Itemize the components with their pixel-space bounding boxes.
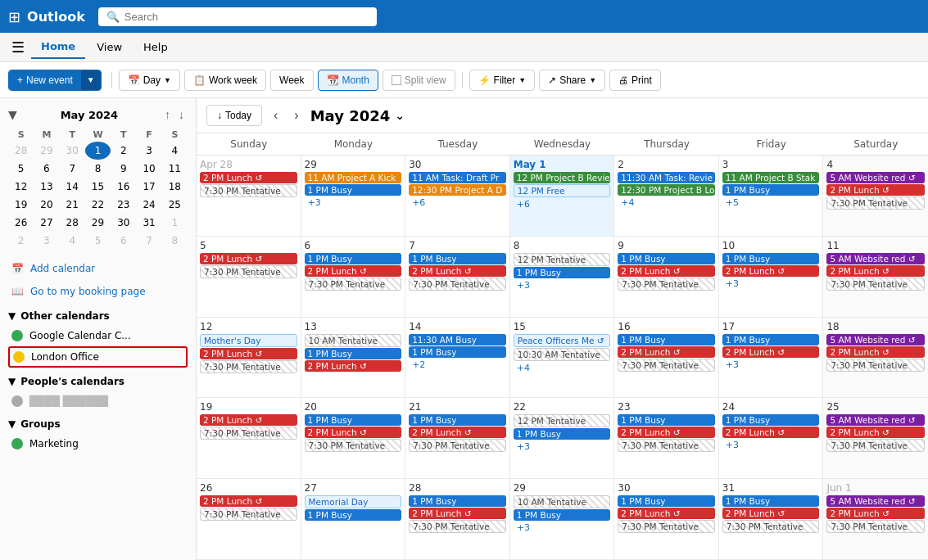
day-view-button[interactable]: 📅 Day ▼ — [119, 70, 180, 91]
mini-cal-day[interactable]: 4 — [162, 142, 188, 160]
calendar-event[interactable]: 7:30 PM Tentative — [305, 278, 402, 291]
mini-cal-day[interactable]: 18 — [162, 178, 188, 196]
calendar-event[interactable]: 1 PM Busy — [722, 414, 820, 426]
work-week-button[interactable]: 📋 Work week — [184, 70, 266, 91]
cal-prev-button[interactable]: ‹ — [269, 106, 283, 124]
cal-cell[interactable]: 15Peace Officers Me ↺10:30 AM Tentative+… — [510, 318, 615, 399]
calendar-event[interactable]: 2 PM Lunch ↺ — [409, 508, 506, 519]
more-events[interactable]: +5 — [722, 196, 820, 209]
mini-cal-day[interactable]: 23 — [111, 196, 136, 214]
calendar-event[interactable]: 2 PM Lunch ↺ — [722, 427, 820, 438]
calendar-event[interactable]: 2 PM Lunch ↺ — [722, 265, 820, 277]
cal-cell[interactable]: May 112 PM Project B Revie12 PM Free+6 — [510, 156, 615, 237]
calendar-event[interactable]: 7:30 PM Tentative — [305, 439, 402, 452]
calendar-event[interactable]: 7:30 PM Tentative — [200, 427, 297, 440]
mini-cal-day[interactable]: 6 — [111, 232, 136, 250]
cal-cell[interactable]: 115 AM Website red ↺2 PM Lunch ↺7:30 PM … — [823, 237, 928, 318]
cal-cell[interactable]: 2212 PM Tentative1 PM Busy+3 — [510, 398, 615, 479]
calendar-event[interactable]: Mother's Day — [200, 334, 297, 347]
cal-cell[interactable]: 301 PM Busy2 PM Lunch ↺7:30 PM Tentative — [614, 479, 719, 560]
calendar-event[interactable]: 1 PM Busy — [722, 334, 820, 345]
mini-cal-day[interactable]: 21 — [60, 196, 85, 214]
mini-cal-day[interactable]: 30 — [111, 214, 136, 232]
calendar-event[interactable]: 1 PM Busy — [618, 414, 715, 426]
cal-cell[interactable]: 45 AM Website red ↺2 PM Lunch ↺7:30 PM T… — [823, 156, 928, 237]
mini-cal-day[interactable]: 29 — [34, 142, 59, 160]
mini-cal-day[interactable]: 5 — [85, 232, 111, 250]
calendar-event[interactable]: 1 PM Busy — [618, 495, 715, 507]
tab-help[interactable]: Help — [134, 36, 178, 58]
more-events[interactable]: +3 — [305, 196, 402, 209]
calendar-event[interactable]: 5 AM Website red ↺ — [826, 414, 925, 426]
mini-cal-day[interactable]: 19 — [8, 196, 34, 214]
calendar-event[interactable]: 7:30 PM Tentative — [826, 278, 925, 291]
calendar-event[interactable]: 2 PM Lunch ↺ — [618, 508, 715, 519]
calendar-event[interactable]: 2 PM Lunch ↺ — [826, 265, 925, 277]
mini-cal-next[interactable]: ↓ — [175, 106, 188, 123]
cal-cell[interactable]: 2910 AM Tentative1 PM Busy+3 — [510, 479, 615, 560]
calendar-event[interactable]: 2 PM Lunch ↺ — [305, 265, 402, 277]
calendar-event[interactable]: 12:30 PM Project A D — [409, 184, 506, 196]
calendar-event[interactable]: 1 PM Busy — [722, 495, 820, 507]
more-events[interactable]: +3 — [722, 278, 820, 290]
mini-cal-day[interactable]: 3 — [136, 142, 161, 160]
calendar-event[interactable]: 1 PM Busy — [305, 184, 402, 196]
mini-cal-collapse-icon[interactable]: ▼ — [8, 108, 17, 121]
calendar-event[interactable]: 1 PM Busy — [722, 184, 820, 196]
cal-cell[interactable]: 192 PM Lunch ↺7:30 PM Tentative — [197, 398, 301, 479]
mini-cal-day[interactable]: 27 — [34, 214, 59, 232]
calendar-event[interactable]: 7:30 PM Tentative — [618, 359, 715, 372]
search-bar[interactable]: 🔍 — [98, 7, 377, 26]
mini-cal-day[interactable]: 22 — [85, 196, 111, 214]
calendar-event[interactable]: Memorial Day — [305, 495, 402, 508]
calendar-event[interactable]: 10:30 AM Tentative — [514, 348, 611, 361]
share-button[interactable]: ↗ Share ▼ — [539, 70, 605, 91]
calendar-event[interactable]: 5 AM Website red ↺ — [826, 495, 925, 507]
cal-cell[interactable]: 185 AM Website red ↺2 PM Lunch ↺7:30 PM … — [823, 318, 928, 399]
groups-header[interactable]: ▼ Groups — [8, 418, 188, 430]
calendar-event[interactable]: 7:30 PM Tentative — [618, 278, 715, 291]
calendar-event[interactable]: 1 PM Busy — [618, 253, 715, 264]
cal-next-button[interactable]: › — [289, 106, 303, 124]
calendar-event[interactable]: 7:30 PM Tentative — [826, 439, 925, 452]
mini-cal-day[interactable]: 16 — [111, 178, 136, 196]
calendar-event[interactable]: 7:30 PM Tentative — [200, 360, 297, 373]
mini-cal-day[interactable]: 28 — [8, 142, 34, 160]
calendar-event[interactable]: 1 PM Busy — [722, 253, 820, 264]
more-events[interactable]: +6 — [409, 196, 506, 209]
calendar-event[interactable]: 2 PM Lunch ↺ — [826, 508, 925, 519]
cal-cell[interactable]: 12Mother's Day2 PM Lunch ↺7:30 PM Tentat… — [197, 318, 301, 399]
cal-cell[interactable]: Apr 282 PM Lunch ↺7:30 PM Tentative — [197, 156, 301, 237]
calendar-event[interactable]: 1 PM Busy — [514, 428, 611, 440]
print-button[interactable]: 🖨 Print — [609, 70, 661, 91]
cal-cell[interactable]: 241 PM Busy2 PM Lunch ↺+3 — [719, 398, 824, 479]
calendar-event[interactable]: 1 PM Busy — [409, 253, 506, 264]
people-calendar-item[interactable]: ████ ██████ — [8, 392, 188, 410]
google-calendar-item[interactable]: Google Calendar C... — [8, 327, 188, 345]
cal-cell[interactable]: 281 PM Busy2 PM Lunch ↺7:30 PM Tentative — [405, 479, 510, 560]
mini-cal-day[interactable]: 28 — [60, 214, 85, 232]
cal-cell[interactable]: 1310 AM Tentative1 PM Busy2 PM Lunch ↺ — [301, 318, 406, 399]
calendar-event[interactable]: 11:30 AM Busy — [409, 334, 506, 345]
calendar-event[interactable]: 5 AM Website red ↺ — [826, 172, 925, 183]
calendar-event[interactable]: Peace Officers Me ↺ — [514, 334, 611, 347]
cal-cell[interactable]: 171 PM Busy2 PM Lunch ↺+3 — [719, 318, 824, 399]
calendar-event[interactable]: 7:30 PM Tentative — [826, 520, 925, 533]
calendar-event[interactable]: 11 AM Project A Kick — [305, 172, 402, 183]
mini-cal-day[interactable]: 10 — [136, 160, 161, 178]
mini-cal-day[interactable]: 8 — [162, 232, 188, 250]
today-button[interactable]: ↓ Today — [206, 105, 262, 126]
mini-cal-day[interactable]: 1 — [162, 214, 188, 232]
calendar-event[interactable]: 1 PM Busy — [618, 334, 715, 345]
london-office-item[interactable]: London Office — [8, 346, 188, 368]
cal-cell[interactable]: 211:30 AM Task: Revie12:30 PM Project B … — [614, 156, 719, 237]
calendar-event[interactable]: 1 PM Busy — [409, 495, 506, 507]
mini-cal-day[interactable]: 4 — [60, 232, 85, 250]
calendar-event[interactable]: 7:30 PM Tentative — [200, 184, 297, 197]
calendar-event[interactable]: 2 PM Lunch ↺ — [200, 495, 297, 507]
mini-cal-day[interactable]: 17 — [136, 178, 161, 196]
calendar-event[interactable]: 2 PM Lunch ↺ — [722, 346, 820, 358]
calendar-event[interactable]: 1 PM Busy — [409, 346, 506, 358]
mini-cal-day[interactable]: 11 — [162, 160, 188, 178]
week-button[interactable]: Week — [270, 70, 313, 91]
